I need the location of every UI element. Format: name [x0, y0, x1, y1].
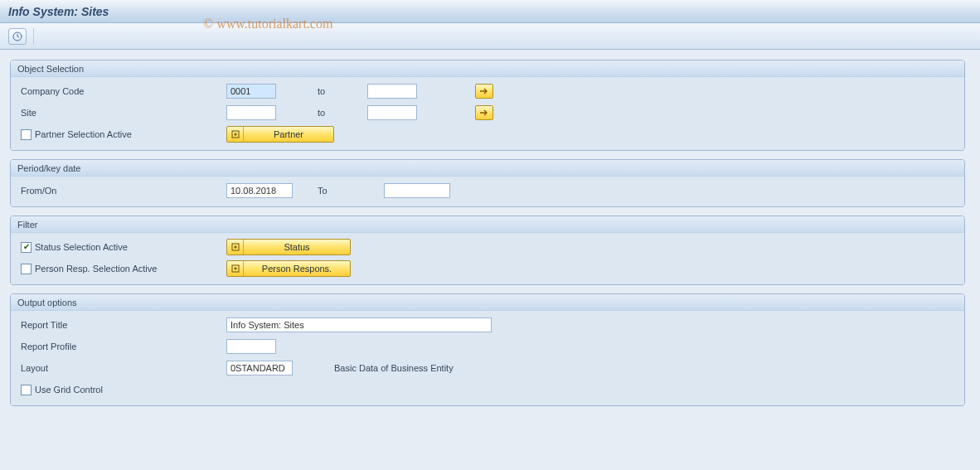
group-header: Filter: [11, 216, 964, 233]
group-output-options: Output options Report Title Report Profi…: [10, 293, 965, 406]
group-header: Output options: [11, 294, 964, 311]
group-header: Object Selection: [11, 61, 964, 77]
to-label: to: [276, 108, 367, 118]
partner-selection-label: Partner Selection Active: [35, 129, 132, 139]
person-resp-checkbox-container: Person Resp. Selection Active: [19, 264, 226, 274]
person-respons-button[interactable]: Person Respons.: [226, 260, 351, 277]
company-code-to-input[interactable]: [367, 84, 417, 99]
to-label: To: [293, 186, 384, 196]
toolbar-separator: [33, 28, 34, 45]
report-profile-input[interactable]: [226, 339, 276, 354]
person-respons-button-label: Person Respons.: [244, 264, 350, 274]
grid-control-checkbox-container: Use Grid Control: [19, 385, 226, 395]
partner-button[interactable]: Partner: [226, 126, 334, 143]
group-object-selection: Object Selection Company Code to Site to: [10, 60, 965, 151]
status-selection-label: Status Selection Active: [35, 242, 128, 252]
content-area: Object Selection Company Code to Site to: [0, 50, 980, 406]
report-title-input[interactable]: [226, 317, 492, 332]
partner-selection-checkbox[interactable]: [21, 129, 32, 140]
expand-icon: [227, 261, 244, 276]
execute-button[interactable]: [8, 28, 27, 45]
status-selection-checkbox[interactable]: ✔: [21, 242, 32, 253]
site-multi-select-button[interactable]: [475, 105, 493, 120]
company-code-from-input[interactable]: [226, 84, 276, 99]
from-date-input[interactable]: [226, 183, 293, 198]
grid-control-checkbox[interactable]: [21, 385, 32, 395]
status-selection-checkbox-container: ✔ Status Selection Active: [19, 242, 226, 253]
group-period: Period/key date From/On To: [10, 159, 965, 207]
report-title-label: Report Title: [19, 320, 226, 330]
expand-icon: [227, 240, 244, 254]
page-title: Info System: Sites: [8, 5, 109, 18]
arrow-right-icon: [479, 109, 489, 117]
grid-control-label: Use Grid Control: [35, 385, 103, 395]
partner-selection-checkbox-container: Partner Selection Active: [19, 129, 226, 140]
expand-icon: [227, 127, 244, 142]
person-resp-label: Person Resp. Selection Active: [35, 264, 157, 274]
status-button-label: Status: [244, 242, 350, 252]
app-toolbar: [0, 23, 980, 50]
person-resp-checkbox[interactable]: [21, 264, 32, 274]
report-profile-label: Report Profile: [19, 342, 226, 351]
from-on-label: From/On: [19, 186, 226, 196]
arrow-right-icon: [479, 87, 489, 95]
status-button[interactable]: Status: [226, 239, 351, 255]
group-filter: Filter ✔ Status Selection Active Status …: [10, 216, 965, 285]
app-title-bar: Info System: Sites: [0, 0, 980, 23]
clock-execute-icon: [12, 31, 22, 41]
partner-button-label: Partner: [244, 129, 333, 139]
to-label: to: [276, 86, 367, 96]
company-code-multi-select-button[interactable]: [475, 84, 493, 99]
layout-label: Layout: [19, 363, 226, 373]
company-code-label: Company Code: [19, 86, 226, 96]
site-from-input[interactable]: [226, 105, 276, 120]
group-header: Period/key date: [11, 160, 964, 177]
layout-description: Basic Data of Business Entity: [334, 363, 454, 373]
site-label: Site: [19, 108, 226, 118]
site-to-input[interactable]: [367, 105, 417, 120]
layout-input[interactable]: [226, 361, 293, 376]
to-date-input[interactable]: [384, 183, 450, 198]
